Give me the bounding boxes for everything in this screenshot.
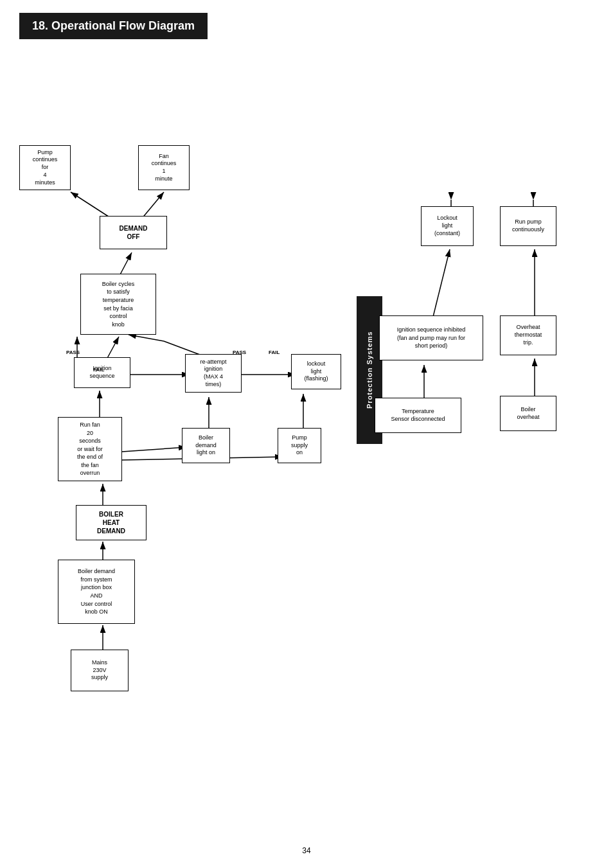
box-ignition-seq: Ignitionsequence [74, 357, 130, 388]
box-re-attempt: re-attemptignition(MAX 4times) [185, 354, 242, 393]
box-boiler-overheat: Boileroverheat [500, 396, 556, 431]
label-pass2: PASS [233, 350, 246, 355]
box-overheat-therm: Overheatthermostattrip. [500, 315, 556, 355]
box-pump-supply: Pumpsupplyon [278, 428, 321, 463]
box-temp-sensor: TemperatureSensor disconnected [375, 398, 461, 433]
box-boiler-demand-from: Boiler demandfrom systemjunction boxANDU… [58, 560, 135, 624]
diagram-container: Pumpcontinuesfor4minutes Fancontinues1mi… [0, 46, 613, 868]
box-ignition-inhibited: Ignition sequence inhibited(fan and pump… [379, 315, 483, 360]
svg-line-11 [141, 192, 164, 219]
box-run-pump-cont: Run pumpcontinuously [500, 206, 556, 246]
svg-line-19 [122, 447, 186, 452]
page-title: 18. Operational Flow Diagram [32, 19, 195, 33]
box-lockout-flash: lockoutlight(flashing) [291, 354, 341, 389]
label-pass1: PASS [66, 350, 80, 355]
box-demand-off: DEMANDOFF [100, 216, 167, 249]
svg-line-8 [71, 192, 112, 219]
box-run-fan: Run fan20secondsor wait forthe end ofthe… [58, 417, 122, 481]
box-mains-supply: Mains230Vsupply [71, 650, 129, 691]
svg-line-28 [129, 335, 164, 341]
label-fail2: FAIL [269, 350, 280, 355]
page-header: 18. Operational Flow Diagram [0, 0, 613, 39]
label-fail1: FAIL [93, 367, 104, 373]
box-lockout-constant: Lockoutlight(constant) [421, 206, 474, 246]
box-boiler-cycles: Boiler cyclesto satisfytemperatureset by… [80, 274, 156, 335]
svg-line-23 [432, 249, 450, 322]
page-number: 34 [302, 846, 310, 855]
box-pump-continues: Pumpcontinuesfor4minutes [19, 145, 71, 190]
box-boiler-heat-demand: BOILERHEATDEMAND [76, 505, 147, 540]
box-fan-continues: Fancontinues1minute [138, 145, 190, 190]
box-boiler-demand-light: Boilerdemandlight on [182, 428, 230, 463]
